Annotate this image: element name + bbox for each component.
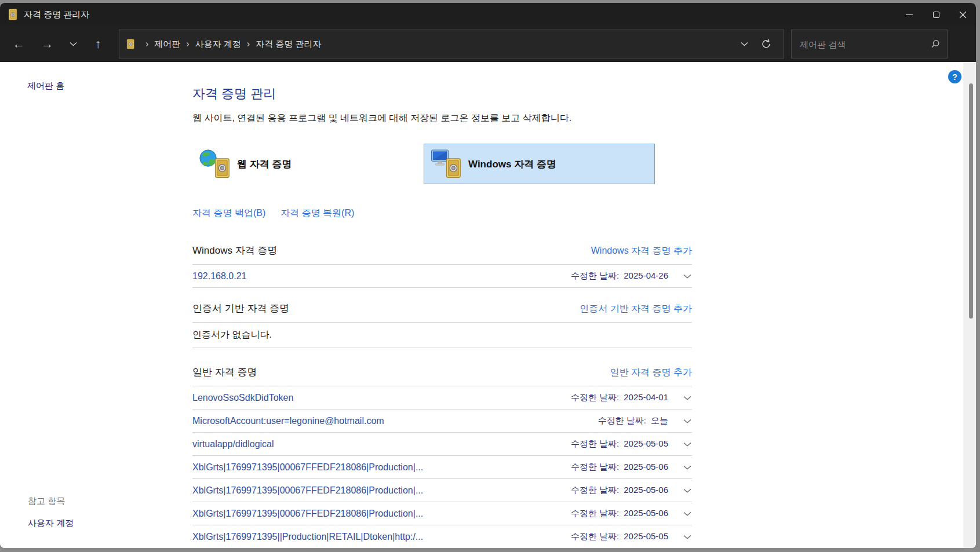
credential-name[interactable]: XblGrts|1769971395||Production|RETAIL|Dt… [192, 532, 571, 542]
forward-button[interactable]: → [33, 32, 61, 56]
window-title: 자격 증명 관리자 [24, 9, 89, 20]
credential-section: 일반 자격 증명 일반 자격 증명 추가 LenovoSsoSdkDidToke… [192, 365, 692, 548]
back-button[interactable]: ← [5, 32, 33, 56]
close-icon [959, 11, 967, 19]
help-button[interactable]: ? [948, 70, 961, 83]
modified-date: 2025-05-06 [624, 462, 668, 473]
chevron-down-icon [683, 465, 691, 470]
credential-modified: 수정한 날짜:2025-05-06 [571, 508, 668, 519]
expand-row-button[interactable] [683, 274, 692, 279]
sidebar-item-control-panel-home[interactable]: 제어판 홈 [27, 81, 64, 92]
minimize-icon [906, 14, 913, 15]
main-pane: 자격 증명 관리 웹 사이트, 연결된 응용 프로그램 및 네트워크에 대해 저… [192, 62, 692, 548]
section-title: 인증서 기반 자격 증명 [192, 302, 289, 315]
credential-name[interactable]: XblGrts|1769971395|00067FFEDF218086|Prod… [192, 509, 571, 519]
credential-row: XblGrts|1769971395||Production|RETAIL|Dt… [192, 525, 692, 548]
page-title: 자격 증명 관리 [192, 85, 692, 103]
breadcrumb-item-credential-manager[interactable]: 자격 증명 관리자 [256, 39, 321, 50]
section-add-link[interactable]: 일반 자격 증명 추가 [610, 367, 692, 379]
search-input[interactable] [800, 39, 931, 49]
credential-modified: 수정한 날짜:2025-04-01 [571, 392, 668, 403]
chevron-down-icon [683, 511, 691, 516]
credential-name[interactable]: virtualapp/didlogical [192, 439, 571, 449]
credential-name[interactable]: XblGrts|1769971395|00067FFEDF218086|Prod… [192, 485, 571, 496]
maximize-button[interactable] [923, 3, 949, 26]
modified-label: 수정한 날짜: [571, 531, 619, 542]
credential-modified: 수정한 날짜:오늘 [598, 415, 668, 426]
modified-label: 수정한 날짜: [571, 508, 619, 519]
tab-web-credentials[interactable]: 웹 자격 증명 [192, 144, 424, 184]
credential-name[interactable]: MicrosoftAccount:user=legonine@hotmail.c… [192, 416, 598, 426]
recent-pages-dropdown[interactable] [61, 32, 85, 56]
modified-label: 수정한 날짜: [598, 415, 646, 426]
section-header: 인증서 기반 자격 증명 인증서 기반 자격 증명 추가 [192, 302, 692, 323]
expand-row-button[interactable] [683, 535, 692, 539]
credential-modified: 수정한 날짜:2025-04-26 [571, 270, 668, 282]
credential-row: virtualapp/didlogical 수정한 날짜:2025-05-05 [192, 433, 692, 456]
help-icon: ? [952, 72, 957, 82]
chevron-down-icon [683, 396, 691, 400]
backup-credentials-link[interactable]: 자격 증명 백업(B) [192, 207, 265, 220]
credential-manager-window: 자격 증명 관리자 ← → ↑ › 제어판 › [0, 3, 976, 548]
breadcrumb-chevron[interactable]: › [180, 39, 195, 49]
credential-row: XblGrts|1769971395|00067FFEDF218086|Prod… [192, 502, 692, 525]
minimize-button[interactable] [896, 3, 923, 26]
address-dropdown-button[interactable] [734, 42, 755, 46]
maximize-icon [933, 12, 939, 18]
section-add-link[interactable]: Windows 자격 증명 추가 [591, 245, 692, 257]
credential-section: Windows 자격 증명 Windows 자격 증명 추가 192.168.0… [192, 244, 692, 288]
page-description: 웹 사이트, 연결된 응용 프로그램 및 네트워크에 대해 저장된 로그온 정보… [192, 112, 692, 125]
expand-row-button[interactable] [683, 465, 692, 470]
up-button[interactable]: ↑ [85, 32, 111, 56]
modified-label: 수정한 날짜: [571, 270, 619, 282]
credential-row: MicrosoftAccount:user=legonine@hotmail.c… [192, 410, 692, 433]
refresh-button[interactable] [755, 39, 778, 49]
chevron-down-icon [683, 535, 691, 539]
breadcrumb-item-user-accounts[interactable]: 사용자 계정 [195, 39, 241, 50]
address-bar[interactable]: › 제어판 › 사용자 계정 › 자격 증명 관리자 [119, 30, 784, 59]
up-icon: ↑ [95, 37, 101, 51]
search-icon[interactable] [931, 39, 940, 49]
breadcrumb-chevron[interactable]: › [140, 39, 154, 49]
expand-row-button[interactable] [683, 442, 692, 447]
section-header: 일반 자격 증명 일반 자격 증명 추가 [192, 365, 692, 386]
credential-row: LenovoSsoSdkDidToken 수정한 날짜:2025-04-01 [192, 386, 692, 410]
chevron-down-icon [683, 419, 691, 423]
modified-label: 수정한 날짜: [571, 438, 619, 449]
vertical-scrollbar[interactable] [963, 62, 976, 548]
expand-row-button[interactable] [683, 419, 692, 423]
breadcrumb-chevron[interactable]: › [241, 39, 256, 49]
credential-name[interactable]: LenovoSsoSdkDidToken [192, 393, 571, 403]
expand-row-button[interactable] [683, 488, 692, 493]
section-add-link[interactable]: 인증서 기반 자격 증명 추가 [580, 303, 692, 315]
modified-date: 2025-05-06 [624, 508, 668, 519]
credential-name[interactable]: XblGrts|1769971395|00067FFEDF218086|Prod… [192, 462, 571, 473]
credential-actions: 자격 증명 백업(B) 자격 증명 복원(R) [192, 207, 692, 220]
breadcrumb-item-control-panel[interactable]: 제어판 [154, 39, 180, 50]
tab-windows-credentials[interactable]: Windows 자격 증명 [424, 144, 655, 184]
web-credentials-icon [199, 148, 232, 180]
close-button[interactable] [949, 3, 976, 26]
credential-name[interactable]: 192.168.0.21 [192, 271, 571, 282]
scrollbar-thumb[interactable] [969, 83, 973, 319]
section-header: Windows 자격 증명 Windows 자격 증명 추가 [192, 244, 692, 265]
credential-modified: 수정한 날짜:2025-05-05 [571, 531, 668, 542]
restore-credentials-link[interactable]: 자격 증명 복원(R) [280, 207, 354, 220]
chevron-down-icon [683, 274, 691, 279]
expand-row-button[interactable] [683, 396, 692, 400]
safe-breadcrumb-icon [126, 39, 135, 49]
sidebar-item-user-accounts[interactable]: 사용자 계정 [28, 518, 74, 529]
windows-credentials-icon [430, 148, 464, 180]
modified-label: 수정한 날짜: [571, 462, 619, 473]
modified-label: 수정한 날짜: [571, 392, 619, 403]
section-rows: 인증서가 없습니다. [192, 323, 692, 348]
search-box[interactable] [791, 30, 948, 59]
credential-modified: 수정한 날짜:2025-05-05 [571, 438, 668, 449]
credential-section: 인증서 기반 자격 증명 인증서 기반 자격 증명 추가 인증서가 없습니다. [192, 302, 692, 348]
tab-label: 웹 자격 증명 [237, 158, 292, 171]
empty-section-message: 인증서가 없습니다. [192, 323, 692, 348]
expand-row-button[interactable] [683, 511, 692, 516]
credential-row: XblGrts|1769971395|00067FFEDF218086|Prod… [192, 479, 692, 502]
chevron-down-icon [70, 42, 77, 46]
chevron-down-icon [741, 42, 748, 46]
